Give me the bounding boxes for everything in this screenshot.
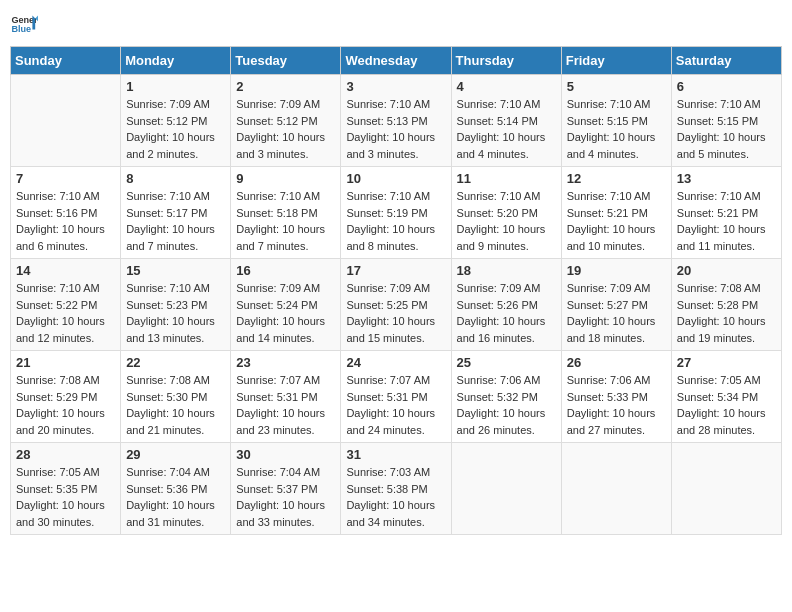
header-day-sunday: Sunday	[11, 47, 121, 75]
calendar-cell: 2Sunrise: 7:09 AMSunset: 5:12 PMDaylight…	[231, 75, 341, 167]
day-info: Sunrise: 7:09 AMSunset: 5:25 PMDaylight:…	[346, 280, 445, 346]
day-number: 29	[126, 447, 225, 462]
day-number: 27	[677, 355, 776, 370]
calendar-cell: 26Sunrise: 7:06 AMSunset: 5:33 PMDayligh…	[561, 351, 671, 443]
calendar-cell: 10Sunrise: 7:10 AMSunset: 5:19 PMDayligh…	[341, 167, 451, 259]
day-number: 14	[16, 263, 115, 278]
calendar-header: SundayMondayTuesdayWednesdayThursdayFrid…	[11, 47, 782, 75]
calendar-cell: 7Sunrise: 7:10 AMSunset: 5:16 PMDaylight…	[11, 167, 121, 259]
header-row: SundayMondayTuesdayWednesdayThursdayFrid…	[11, 47, 782, 75]
header-day-tuesday: Tuesday	[231, 47, 341, 75]
calendar-cell: 5Sunrise: 7:10 AMSunset: 5:15 PMDaylight…	[561, 75, 671, 167]
week-row-4: 21Sunrise: 7:08 AMSunset: 5:29 PMDayligh…	[11, 351, 782, 443]
logo: General Blue	[10, 10, 38, 38]
header-day-wednesday: Wednesday	[341, 47, 451, 75]
logo-icon: General Blue	[10, 10, 38, 38]
day-number: 26	[567, 355, 666, 370]
day-number: 20	[677, 263, 776, 278]
calendar-cell: 12Sunrise: 7:10 AMSunset: 5:21 PMDayligh…	[561, 167, 671, 259]
day-info: Sunrise: 7:09 AMSunset: 5:26 PMDaylight:…	[457, 280, 556, 346]
day-info: Sunrise: 7:06 AMSunset: 5:32 PMDaylight:…	[457, 372, 556, 438]
day-number: 15	[126, 263, 225, 278]
day-number: 18	[457, 263, 556, 278]
calendar-cell: 29Sunrise: 7:04 AMSunset: 5:36 PMDayligh…	[121, 443, 231, 535]
calendar-cell: 22Sunrise: 7:08 AMSunset: 5:30 PMDayligh…	[121, 351, 231, 443]
day-number: 30	[236, 447, 335, 462]
day-number: 3	[346, 79, 445, 94]
calendar-body: 1Sunrise: 7:09 AMSunset: 5:12 PMDaylight…	[11, 75, 782, 535]
day-number: 2	[236, 79, 335, 94]
day-info: Sunrise: 7:06 AMSunset: 5:33 PMDaylight:…	[567, 372, 666, 438]
day-number: 6	[677, 79, 776, 94]
day-info: Sunrise: 7:05 AMSunset: 5:34 PMDaylight:…	[677, 372, 776, 438]
calendar-cell: 19Sunrise: 7:09 AMSunset: 5:27 PMDayligh…	[561, 259, 671, 351]
svg-text:Blue: Blue	[11, 24, 31, 34]
day-number: 31	[346, 447, 445, 462]
header-day-thursday: Thursday	[451, 47, 561, 75]
header-day-friday: Friday	[561, 47, 671, 75]
day-info: Sunrise: 7:09 AMSunset: 5:27 PMDaylight:…	[567, 280, 666, 346]
day-number: 9	[236, 171, 335, 186]
day-number: 28	[16, 447, 115, 462]
day-info: Sunrise: 7:10 AMSunset: 5:15 PMDaylight:…	[567, 96, 666, 162]
calendar-cell	[671, 443, 781, 535]
day-info: Sunrise: 7:10 AMSunset: 5:13 PMDaylight:…	[346, 96, 445, 162]
day-info: Sunrise: 7:10 AMSunset: 5:23 PMDaylight:…	[126, 280, 225, 346]
day-info: Sunrise: 7:10 AMSunset: 5:15 PMDaylight:…	[677, 96, 776, 162]
calendar-cell	[561, 443, 671, 535]
day-info: Sunrise: 7:09 AMSunset: 5:12 PMDaylight:…	[236, 96, 335, 162]
week-row-2: 7Sunrise: 7:10 AMSunset: 5:16 PMDaylight…	[11, 167, 782, 259]
calendar-cell: 11Sunrise: 7:10 AMSunset: 5:20 PMDayligh…	[451, 167, 561, 259]
day-info: Sunrise: 7:04 AMSunset: 5:37 PMDaylight:…	[236, 464, 335, 530]
calendar-cell: 6Sunrise: 7:10 AMSunset: 5:15 PMDaylight…	[671, 75, 781, 167]
day-info: Sunrise: 7:10 AMSunset: 5:17 PMDaylight:…	[126, 188, 225, 254]
calendar-cell: 1Sunrise: 7:09 AMSunset: 5:12 PMDaylight…	[121, 75, 231, 167]
day-info: Sunrise: 7:10 AMSunset: 5:21 PMDaylight:…	[677, 188, 776, 254]
day-number: 10	[346, 171, 445, 186]
day-number: 7	[16, 171, 115, 186]
calendar-cell: 27Sunrise: 7:05 AMSunset: 5:34 PMDayligh…	[671, 351, 781, 443]
day-number: 12	[567, 171, 666, 186]
day-info: Sunrise: 7:09 AMSunset: 5:24 PMDaylight:…	[236, 280, 335, 346]
day-info: Sunrise: 7:10 AMSunset: 5:22 PMDaylight:…	[16, 280, 115, 346]
day-number: 8	[126, 171, 225, 186]
day-number: 19	[567, 263, 666, 278]
calendar-cell: 9Sunrise: 7:10 AMSunset: 5:18 PMDaylight…	[231, 167, 341, 259]
day-number: 24	[346, 355, 445, 370]
calendar-cell: 24Sunrise: 7:07 AMSunset: 5:31 PMDayligh…	[341, 351, 451, 443]
calendar-cell	[11, 75, 121, 167]
day-number: 25	[457, 355, 556, 370]
day-info: Sunrise: 7:07 AMSunset: 5:31 PMDaylight:…	[346, 372, 445, 438]
calendar-cell: 28Sunrise: 7:05 AMSunset: 5:35 PMDayligh…	[11, 443, 121, 535]
day-info: Sunrise: 7:04 AMSunset: 5:36 PMDaylight:…	[126, 464, 225, 530]
day-info: Sunrise: 7:08 AMSunset: 5:28 PMDaylight:…	[677, 280, 776, 346]
day-number: 17	[346, 263, 445, 278]
day-info: Sunrise: 7:10 AMSunset: 5:16 PMDaylight:…	[16, 188, 115, 254]
week-row-5: 28Sunrise: 7:05 AMSunset: 5:35 PMDayligh…	[11, 443, 782, 535]
week-row-1: 1Sunrise: 7:09 AMSunset: 5:12 PMDaylight…	[11, 75, 782, 167]
day-info: Sunrise: 7:07 AMSunset: 5:31 PMDaylight:…	[236, 372, 335, 438]
day-number: 5	[567, 79, 666, 94]
day-number: 23	[236, 355, 335, 370]
calendar-table: SundayMondayTuesdayWednesdayThursdayFrid…	[10, 46, 782, 535]
calendar-cell: 21Sunrise: 7:08 AMSunset: 5:29 PMDayligh…	[11, 351, 121, 443]
day-number: 13	[677, 171, 776, 186]
calendar-cell: 15Sunrise: 7:10 AMSunset: 5:23 PMDayligh…	[121, 259, 231, 351]
calendar-cell: 4Sunrise: 7:10 AMSunset: 5:14 PMDaylight…	[451, 75, 561, 167]
calendar-cell: 18Sunrise: 7:09 AMSunset: 5:26 PMDayligh…	[451, 259, 561, 351]
calendar-cell: 25Sunrise: 7:06 AMSunset: 5:32 PMDayligh…	[451, 351, 561, 443]
calendar-cell: 16Sunrise: 7:09 AMSunset: 5:24 PMDayligh…	[231, 259, 341, 351]
calendar-cell: 23Sunrise: 7:07 AMSunset: 5:31 PMDayligh…	[231, 351, 341, 443]
day-number: 1	[126, 79, 225, 94]
calendar-cell: 13Sunrise: 7:10 AMSunset: 5:21 PMDayligh…	[671, 167, 781, 259]
day-info: Sunrise: 7:10 AMSunset: 5:19 PMDaylight:…	[346, 188, 445, 254]
calendar-cell: 8Sunrise: 7:10 AMSunset: 5:17 PMDaylight…	[121, 167, 231, 259]
day-number: 21	[16, 355, 115, 370]
day-info: Sunrise: 7:08 AMSunset: 5:29 PMDaylight:…	[16, 372, 115, 438]
calendar-cell	[451, 443, 561, 535]
header-day-saturday: Saturday	[671, 47, 781, 75]
day-info: Sunrise: 7:10 AMSunset: 5:20 PMDaylight:…	[457, 188, 556, 254]
day-number: 4	[457, 79, 556, 94]
day-info: Sunrise: 7:10 AMSunset: 5:18 PMDaylight:…	[236, 188, 335, 254]
day-number: 22	[126, 355, 225, 370]
